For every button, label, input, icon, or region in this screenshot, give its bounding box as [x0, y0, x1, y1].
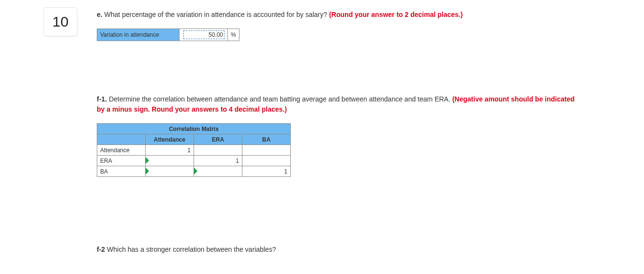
part-e-prompt: e. What percentage of the variation in a… [97, 10, 581, 20]
part-f2-text: Which has a stronger correlation between… [107, 245, 276, 253]
part-f2-section: f-2 Which has a stronger correlation bet… [97, 245, 581, 255]
cm-col-era: ERA [194, 134, 242, 145]
cm-row-era: ERA [97, 156, 146, 166]
part-f2-prompt: f-2 Which has a stronger correlation bet… [97, 245, 581, 255]
part-e-hint: (Round your answer to 2 decimal places.) [329, 11, 463, 18]
variation-table: Variation in attendance 50.00 % [97, 29, 240, 41]
variation-value-cell[interactable]: 50.00 [180, 29, 228, 41]
cm-era-ba [242, 156, 291, 166]
correlation-matrix-title: Correlation Matrix [97, 124, 291, 134]
cm-att-ba [242, 145, 291, 156]
cm-att-att: 1 [146, 145, 194, 156]
cm-att-era [194, 145, 242, 156]
variation-value: 50.00 [183, 30, 225, 39]
part-e-label: e. [97, 11, 103, 18]
part-f2-label: f-2 [97, 245, 105, 253]
cm-ba-att-input[interactable] [146, 166, 194, 177]
correlation-matrix-table: Correlation Matrix Attendance ERA BA Att… [97, 123, 291, 177]
cm-corner [97, 134, 146, 145]
cm-ba-ba: 1 [242, 166, 291, 177]
part-f1-text: Determine the correlation between attend… [109, 95, 452, 103]
cm-era-era: 1 [194, 156, 242, 166]
part-f1-label: f-1. [97, 95, 107, 103]
part-e-text: What percentage of the variation in atte… [105, 11, 329, 18]
cm-col-ba: BA [242, 134, 291, 145]
part-f1-prompt: f-1. Determine the correlation between a… [97, 94, 581, 115]
question-number-badge: 10 [44, 7, 77, 36]
part-f1-section: f-1. Determine the correlation between a… [97, 94, 581, 177]
cm-row-attendance: Attendance [97, 145, 146, 156]
part-e-section: e. What percentage of the variation in a… [97, 10, 581, 41]
cm-row-ba: BA [97, 166, 146, 177]
cm-ba-era-input[interactable] [194, 166, 242, 177]
cm-era-att-input[interactable] [146, 156, 194, 166]
variation-row-label: Variation in attendance [97, 29, 180, 41]
variation-unit: % [228, 29, 240, 41]
question-content: e. What percentage of the variation in a… [97, 10, 581, 263]
cm-col-attendance: Attendance [146, 134, 194, 145]
